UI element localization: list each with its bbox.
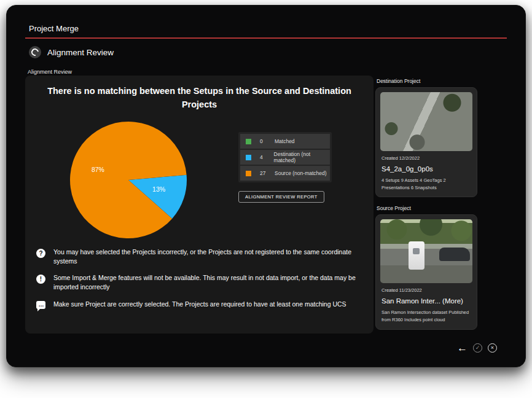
legend-value-source: 27 bbox=[260, 170, 275, 176]
alignment-review-icon bbox=[29, 46, 41, 58]
legend-row-source: 27 Source (non-matched) bbox=[240, 166, 330, 181]
legend-value-destination: 4 bbox=[260, 154, 274, 160]
question-icon: ? bbox=[36, 249, 45, 258]
source-created-date: Created 11/23/2022 bbox=[381, 287, 471, 293]
legend-row-matched: 0 Matched bbox=[240, 134, 330, 149]
destination-project-thumbnail bbox=[380, 92, 472, 151]
note-item: … Make sure Project are correctly select… bbox=[36, 300, 365, 309]
pie-legend: 0 Matched 4 Destination (not matched) 27… bbox=[238, 132, 332, 182]
legend-swatch-matched bbox=[246, 139, 251, 144]
legend-label-source: Source (non-matched) bbox=[275, 170, 327, 176]
alignment-review-panel: There is no matching between the Setups … bbox=[25, 76, 374, 334]
note-item: ? You may have selected the Projects inc… bbox=[36, 248, 365, 265]
source-project-name-text: San Ramon Inter... bbox=[381, 297, 440, 305]
note-text: Some Import & Merge features will not be… bbox=[53, 273, 365, 291]
car-shape bbox=[439, 248, 470, 261]
svg-text:87%: 87% bbox=[92, 166, 104, 173]
source-project-card: Created 11/23/2022 San Ramon Inter... (M… bbox=[375, 214, 477, 329]
panel-title: There is no matching between the Setups … bbox=[34, 84, 365, 112]
message-icon: … bbox=[36, 301, 45, 309]
back-button[interactable]: ← bbox=[457, 343, 467, 353]
source-project-description: San Ramon Intersection dataset Published… bbox=[381, 309, 471, 323]
close-button[interactable]: × bbox=[488, 343, 497, 353]
title-divider bbox=[25, 37, 507, 39]
destination-project-card: Created 12/2/2022 S4_2a_0g_0p0s 4 Setups… bbox=[375, 87, 477, 197]
source-project-name: San Ramon Inter... (More) bbox=[381, 297, 471, 305]
project-merge-window: Project Merge Alignment Review Alignment… bbox=[6, 5, 526, 367]
destination-project-stats: 4 Setups 9 Assets 4 GeoTags 2 Presentati… bbox=[381, 177, 471, 191]
legend-value-matched: 0 bbox=[260, 138, 275, 144]
legend-row-destination: 4 Destination (not matched) bbox=[240, 150, 330, 165]
more-link[interactable]: (More) bbox=[442, 297, 463, 305]
source-project-thumbnail bbox=[380, 219, 472, 283]
destination-project-label: Destination Project bbox=[377, 78, 477, 84]
notes-list: ? You may have selected the Projects inc… bbox=[36, 248, 365, 309]
destination-created-date: Created 12/2/2022 bbox=[381, 155, 471, 161]
alignment-review-section-label: Alignment Review bbox=[28, 69, 72, 75]
alignment-review-header: Alignment Review bbox=[29, 46, 114, 58]
window-title: Project Merge bbox=[29, 24, 79, 33]
note-text: You may have selected the Projects incor… bbox=[53, 248, 365, 265]
source-project-label: Source Project bbox=[377, 205, 477, 211]
svg-text:13%: 13% bbox=[152, 185, 165, 193]
project-sidebar: Destination Project Created 12/2/2022 S4… bbox=[375, 76, 477, 338]
alignment-review-report-button[interactable]: ALIGNMENT REVIEW REPORT bbox=[238, 191, 324, 203]
pie-chart: 13%87% bbox=[67, 119, 190, 241]
legend-label-destination: Destination (not matched) bbox=[274, 151, 330, 163]
footer-actions: ← ✓ × bbox=[457, 343, 497, 353]
exclamation-icon: ! bbox=[36, 275, 45, 284]
note-text: Make sure Project are correctly selected… bbox=[53, 300, 346, 309]
scanner-shape bbox=[409, 241, 424, 270]
confirm-button[interactable]: ✓ bbox=[473, 343, 482, 353]
legend-label-matched: Matched bbox=[275, 138, 295, 144]
legend-swatch-source bbox=[246, 171, 251, 176]
alignment-review-heading: Alignment Review bbox=[47, 48, 114, 57]
note-item: ! Some Import & Merge features will not … bbox=[36, 273, 365, 291]
destination-project-name: S4_2a_0g_0p0s bbox=[381, 165, 471, 173]
legend-swatch-destination bbox=[246, 155, 251, 160]
